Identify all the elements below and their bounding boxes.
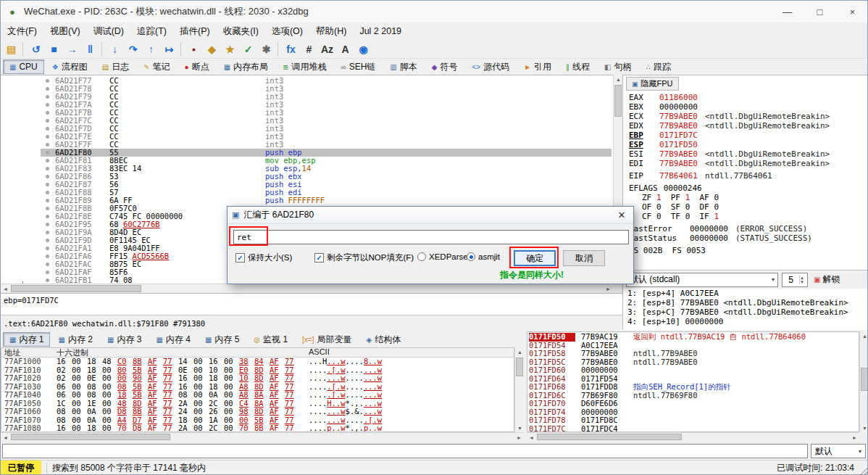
breakpoint-dot[interactable] bbox=[46, 95, 49, 99]
calling-convention-combo[interactable]: 默认 (stdcall) ▾ bbox=[626, 273, 778, 287]
stack-vscrollbar[interactable]: ▲ ▼ bbox=[859, 331, 868, 432]
scroll-up-icon[interactable]: ▲ bbox=[515, 347, 525, 356]
pause-icon[interactable]: ‖ bbox=[81, 41, 99, 57]
tab-call-stack[interactable]: ≣调用堆栈 bbox=[276, 59, 333, 74]
stack-row[interactable]: 0171FD780171FD8C bbox=[527, 416, 859, 425]
dump-row[interactable]: 77AF102002000E000090AF7716001800108DAF77… bbox=[1, 374, 514, 383]
stack-row[interactable]: 0171FD70D60FE6D6 bbox=[527, 400, 859, 408]
dump-row[interactable]: 77AF100016001848C08BAF77140016003884AF77… bbox=[1, 358, 514, 366]
register-row-edx[interactable]: EDX77B9ABE0<ntdll.DbgUiRemoteBreakin> bbox=[623, 121, 868, 131]
stack-row[interactable]: 0171FD6000000000 bbox=[527, 366, 859, 375]
memory-globe-icon[interactable]: ◉ bbox=[354, 41, 372, 57]
stack-row[interactable]: 0171FD7400000000 bbox=[527, 408, 859, 417]
argument-row[interactable]: 3: [esp+C] 77B9ABE0 <ntdll.DbgUiRemoteBr… bbox=[623, 307, 868, 317]
tab-cpu[interactable]: ▦CPU bbox=[3, 59, 44, 74]
scroll-thumb[interactable] bbox=[861, 368, 868, 391]
tab-handles[interactable]: ◧句柄 bbox=[598, 59, 638, 74]
stack-hscrollbar[interactable]: ◄ ► bbox=[527, 432, 859, 441]
breakpoint-dot[interactable] bbox=[46, 127, 49, 131]
tab-seh-chain[interactable]: ∞SEH链 bbox=[335, 59, 383, 74]
menu-debug[interactable]: 调试(D) bbox=[87, 23, 130, 40]
patches-icon[interactable]: ◆ bbox=[203, 41, 221, 57]
register-row-lasterror[interactable]: LastError00000000(ERROR_SUCCESS) bbox=[623, 224, 868, 234]
scroll-thumb[interactable] bbox=[516, 358, 523, 376]
disasm-hscrollbar[interactable]: ◄ ► bbox=[1, 284, 613, 293]
tab-struct[interactable]: ◈结构体 bbox=[360, 332, 408, 347]
breakpoint-dot[interactable] bbox=[46, 87, 49, 91]
argument-row[interactable]: 2: [esp+8] 77B9ABE0 <ntdll.DbgUiRemoteBr… bbox=[623, 298, 868, 307]
breakpoint-dot[interactable] bbox=[46, 207, 49, 210]
step-out-icon[interactable]: ↑ bbox=[142, 41, 160, 57]
scroll-up-icon[interactable]: ▲ bbox=[860, 331, 868, 340]
disasm-row[interactable]: 6AD21F7ACCint3 bbox=[41, 101, 612, 109]
label-az-icon[interactable]: Az bbox=[318, 41, 336, 57]
breakpoint-dot[interactable] bbox=[46, 175, 49, 178]
strings-icon[interactable]: A bbox=[336, 41, 354, 57]
scroll-down-icon[interactable]: ▼ bbox=[860, 424, 868, 432]
stack-row[interactable]: 0171FD7C0171FDC4 bbox=[527, 425, 859, 433]
scroll-left-icon[interactable]: ◄ bbox=[527, 433, 536, 442]
unlock-checkbox[interactable]: ▣ 解锁 bbox=[814, 273, 840, 286]
stop-icon[interactable]: ■ bbox=[45, 41, 63, 57]
register-row-esp[interactable]: ESP0171FD50 bbox=[623, 140, 868, 149]
disasm-row[interactable]: 6AD21F79CCint3 bbox=[41, 93, 612, 101]
disasm-row[interactable]: 6AD21F8383EC 14sub esp,14 bbox=[41, 165, 612, 173]
breakpoint-dot[interactable] bbox=[46, 167, 49, 170]
menu-plugins[interactable]: 插件(P) bbox=[173, 23, 217, 40]
breakpoint-dot[interactable] bbox=[46, 263, 49, 266]
breakpoint-dot[interactable] bbox=[46, 183, 49, 186]
step-into-icon[interactable]: ↓ bbox=[106, 41, 124, 57]
breakpoint-dot[interactable] bbox=[46, 239, 49, 242]
menu-file[interactable]: 文件(F) bbox=[1, 23, 43, 40]
breakpoint-dot[interactable] bbox=[46, 231, 49, 234]
dump-hscrollbar[interactable]: ◄ ► bbox=[1, 432, 524, 441]
tab-symbols[interactable]: ◆符号 bbox=[425, 59, 464, 74]
cancel-button[interactable]: 取消 bbox=[563, 250, 605, 266]
stack-row[interactable]: 0171FD5C77B9ABE0ntdll.77B9ABE0 bbox=[527, 358, 859, 367]
stepper-arrows-icon[interactable]: ▲▼ bbox=[799, 276, 807, 284]
tab-log[interactable]: ▤日志 bbox=[96, 59, 135, 74]
run-to-user-code-icon[interactable]: ↦ bbox=[160, 41, 178, 57]
restart-icon[interactable]: ↺ bbox=[27, 41, 45, 57]
tab-memory-map[interactable]: ▦内存布局 bbox=[217, 59, 275, 74]
open-file-icon[interactable]: ▤ bbox=[2, 41, 20, 57]
dump-vscrollbar[interactable]: ▲ ▼ bbox=[514, 347, 524, 432]
stack-row[interactable]: 0171FD5077B9AC19返回到 ntdll.77B9AC19 自 ntd… bbox=[527, 333, 859, 342]
breakpoint-dot[interactable] bbox=[46, 151, 49, 154]
register-row-eflags[interactable]: EFLAGS00000246 bbox=[623, 183, 868, 193]
tab-dump-1[interactable]: ▦内存 1 bbox=[3, 332, 50, 347]
scroll-right-icon[interactable]: ► bbox=[604, 284, 613, 293]
disasm-row[interactable]: 6AD21F8653push ebx bbox=[41, 173, 612, 181]
command-mode-combo[interactable]: 默认 ▾ bbox=[811, 444, 866, 458]
breakpoint-dot[interactable] bbox=[46, 159, 49, 162]
scroll-left-icon[interactable]: ◄ bbox=[1, 284, 10, 293]
register-row-eax[interactable]: EAX01186000 bbox=[623, 93, 868, 102]
menu-view[interactable]: 视图(V) bbox=[43, 23, 87, 40]
tab-dump-4[interactable]: ▦内存 4 bbox=[149, 332, 196, 347]
command-input[interactable] bbox=[2, 444, 808, 458]
breakpoint-dot[interactable] bbox=[46, 111, 49, 115]
register-row-esi[interactable]: ESI77B9ABE0<ntdll.DbgUiRemoteBreakin> bbox=[623, 149, 868, 159]
argument-row[interactable]: 4: [esp+10] 00000000 bbox=[623, 317, 868, 326]
register-row-ebp[interactable]: EBP0171FD7C bbox=[623, 131, 868, 140]
disasm-row[interactable]: 6AD21F77CCint3 bbox=[41, 77, 612, 85]
register-row-edi[interactable]: EDI77B9ABE0<ntdll.DbgUiRemoteBreakin> bbox=[623, 159, 868, 168]
menu-help[interactable]: 帮助(H) bbox=[309, 23, 353, 40]
breakpoint-dot[interactable] bbox=[46, 119, 49, 123]
scroll-thumb[interactable] bbox=[614, 85, 622, 117]
register-row-laststatus[interactable]: LastStatus00000000(STATUS_SUCCESS) bbox=[623, 234, 868, 243]
breakpoint-dot[interactable] bbox=[46, 143, 49, 146]
breakpoint-dot[interactable] bbox=[46, 223, 49, 226]
scroll-down-icon[interactable]: ▼ bbox=[515, 424, 525, 432]
tab-threads[interactable]: ∥线程 bbox=[559, 59, 596, 74]
menu-build-date[interactable]: Jul 2 2019 bbox=[353, 24, 408, 38]
dialog-title-bar[interactable]: ▣ 汇编于 6AD21F80 ✕ bbox=[228, 207, 633, 224]
register-row-ebx[interactable]: EBX00000000 bbox=[623, 102, 868, 112]
tab-trace[interactable]: ∴跟踪 bbox=[640, 59, 677, 74]
assemble-instruction-input[interactable] bbox=[233, 230, 629, 244]
xedparse-radio[interactable]: XEDParse bbox=[417, 252, 468, 261]
menu-options[interactable]: 选项(O) bbox=[265, 23, 309, 40]
tab-references[interactable]: ►引用 bbox=[517, 59, 558, 74]
stack-row[interactable]: 0171FD6C77B69F80ntdll.77B69F80 bbox=[527, 392, 859, 400]
settings-gear-icon[interactable]: ✱ bbox=[257, 41, 275, 57]
